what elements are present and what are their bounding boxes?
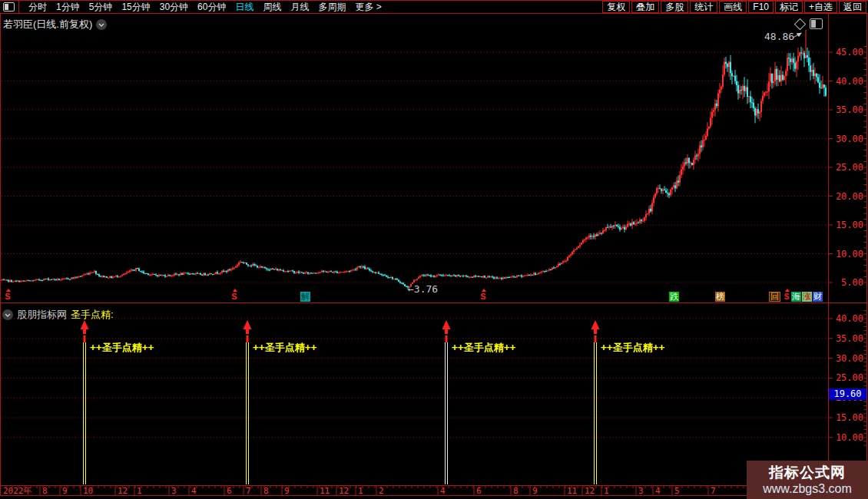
xr-mark[interactable]: S <box>479 292 487 302</box>
svg-text:12: 12 <box>339 486 349 496</box>
period-tab-60分钟[interactable]: 60分钟 <box>197 1 226 14</box>
svg-text:←3.76: ←3.76 <box>408 283 438 295</box>
svg-text:1: 1 <box>604 486 609 496</box>
svg-text:6: 6 <box>476 486 482 496</box>
svg-text:5: 5 <box>674 486 680 496</box>
svg-text:25.00: 25.00 <box>836 372 863 383</box>
svg-text:12: 12 <box>585 486 595 496</box>
svg-text:30.00: 30.00 <box>836 134 863 144</box>
toolbar-button-返回[interactable]: 返回 <box>839 1 866 13</box>
period-tab-5分钟[interactable]: 5分钟 <box>89 1 113 14</box>
toolbar-button-统计[interactable]: 统计 <box>690 1 717 13</box>
event-tag-财[interactable]: 财 <box>813 292 823 302</box>
watermark-title: 指标公式网 <box>769 464 846 481</box>
svg-text:4: 4 <box>655 486 661 496</box>
svg-text:5.00: 5.00 <box>841 277 863 288</box>
toolbar-button-+自选[interactable]: +自选 <box>804 1 837 13</box>
toolbar-button-F10[interactable]: F10 <box>748 1 774 13</box>
svg-text:++圣手点精++: ++圣手点精++ <box>253 342 316 353</box>
svg-text:8: 8 <box>263 486 269 496</box>
event-tag-跌[interactable]: 跌 <box>669 292 679 302</box>
period-tab-15分钟[interactable]: 15分钟 <box>121 1 150 14</box>
toolbar-button-标记[interactable]: 标记 <box>775 1 803 13</box>
event-tag-解[interactable]: 解 <box>300 292 310 302</box>
svg-text:++圣手点精++: ++圣手点精++ <box>601 342 664 353</box>
diamond-icon[interactable] <box>794 18 807 30</box>
svg-text:15.00: 15.00 <box>836 220 863 230</box>
svg-text:1: 1 <box>137 486 142 496</box>
svg-text:++圣手点精++: ++圣手点精++ <box>452 342 515 353</box>
xr-mark[interactable]: S <box>4 292 12 302</box>
svg-text:6: 6 <box>227 486 232 496</box>
period-tab-周线[interactable]: 周线 <box>263 1 281 14</box>
period-tab-30分钟[interactable]: 30分钟 <box>160 1 188 14</box>
svg-text:40.00: 40.00 <box>836 76 863 87</box>
svg-text:40.00: 40.00 <box>836 313 863 324</box>
watermark: 指标公式网 www.zbgs3.com <box>747 461 868 499</box>
period-tab-1分钟[interactable]: 1分钟 <box>56 1 80 14</box>
svg-text:9: 9 <box>284 486 290 496</box>
svg-text:10.00: 10.00 <box>836 249 863 259</box>
svg-text:7: 7 <box>711 486 716 496</box>
svg-text:20.00: 20.00 <box>836 191 863 202</box>
indicator-last-value-badge: 19.60 <box>829 388 866 400</box>
indicator-name-label[interactable]: 圣手点精: <box>71 308 114 322</box>
chart-corner-icons <box>796 18 823 29</box>
symbol-title: 若羽臣(日线.前复权) <box>3 18 92 31</box>
chart-title: 若羽臣(日线.前复权) <box>3 18 107 31</box>
app-window: 45.0040.0035.0030.0025.0020.0015.0010.00… <box>0 0 868 499</box>
event-tag-回[interactable]: 回 <box>769 292 780 302</box>
cutoff-bottom-strip <box>0 496 868 499</box>
svg-text:11: 11 <box>320 486 330 496</box>
period-tab-更多 >[interactable]: 更多 > <box>355 1 381 14</box>
svg-text:++圣手点精++: ++圣手点精++ <box>90 342 154 353</box>
indicator-header: 股朋指标网 圣手点精: <box>2 308 114 322</box>
indicator-source-label: 股朋指标网 <box>17 308 67 322</box>
chevron-down-icon[interactable] <box>96 19 107 30</box>
svg-text:10: 10 <box>83 486 93 496</box>
svg-text:4: 4 <box>191 486 197 496</box>
svg-text:9: 9 <box>62 486 68 496</box>
toolbar-button-画线[interactable]: 画线 <box>719 1 747 13</box>
svg-text:3: 3 <box>171 486 177 496</box>
window-split-icon[interactable] <box>3 2 15 12</box>
period-menu: 分时1分钟5分钟15分钟30分钟60分钟日线周线月线多周期更多 > <box>0 1 386 13</box>
svg-text:15.00: 15.00 <box>836 412 863 423</box>
event-tag-涨[interactable]: 涨 <box>802 292 812 302</box>
svg-text:12: 12 <box>118 486 128 496</box>
svg-text:8: 8 <box>42 486 48 496</box>
top-toolbar: 分时1分钟5分钟15分钟30分钟60分钟日线周线月线多周期更多 > 复权叠加多股… <box>0 0 868 14</box>
toolbar-button-叠加[interactable]: 叠加 <box>631 1 659 13</box>
svg-text:7: 7 <box>246 486 251 496</box>
svg-text:45.00: 45.00 <box>836 47 863 58</box>
xr-mark[interactable]: S <box>783 292 790 302</box>
svg-text:11: 11 <box>567 486 577 496</box>
toolbar-button-复权[interactable]: 复权 <box>602 1 630 13</box>
split-view-icon[interactable] <box>810 18 823 29</box>
period-tab-日线[interactable]: 日线 <box>235 1 253 14</box>
svg-text:9: 9 <box>532 486 538 496</box>
chevron-down-icon[interactable] <box>2 309 13 320</box>
watermark-url: www.zbgs3.com <box>763 481 852 496</box>
svg-text:48.86: 48.86 <box>764 31 794 42</box>
svg-text:1: 1 <box>358 486 363 496</box>
svg-text:35.00: 35.00 <box>836 104 863 115</box>
svg-text:10.00: 10.00 <box>836 432 863 443</box>
svg-text:2: 2 <box>379 486 384 496</box>
toolbar-divider <box>18 1 19 13</box>
period-tab-分时[interactable]: 分时 <box>28 1 47 14</box>
toolbar-button-多股[interactable]: 多股 <box>661 1 688 13</box>
svg-text:25.00: 25.00 <box>836 162 863 173</box>
svg-text:30.00: 30.00 <box>836 353 863 364</box>
svg-text:8: 8 <box>513 486 518 496</box>
svg-text:35.00: 35.00 <box>836 333 863 344</box>
svg-text:3: 3 <box>638 486 644 496</box>
toolbar-right-buttons: 复权叠加多股统计画线F10标记+自选返回 <box>601 1 866 13</box>
event-tag-海[interactable]: 海 <box>791 292 801 302</box>
svg-text:2022年: 2022年 <box>3 486 32 496</box>
chart-canvas[interactable]: 45.0040.0035.0030.0025.0020.0015.0010.00… <box>0 0 868 499</box>
period-tab-多周期[interactable]: 多周期 <box>318 1 346 14</box>
period-tab-月线[interactable]: 月线 <box>290 1 309 14</box>
xr-mark[interactable]: S <box>230 292 238 302</box>
event-tag-榜[interactable]: 榜 <box>715 292 725 302</box>
